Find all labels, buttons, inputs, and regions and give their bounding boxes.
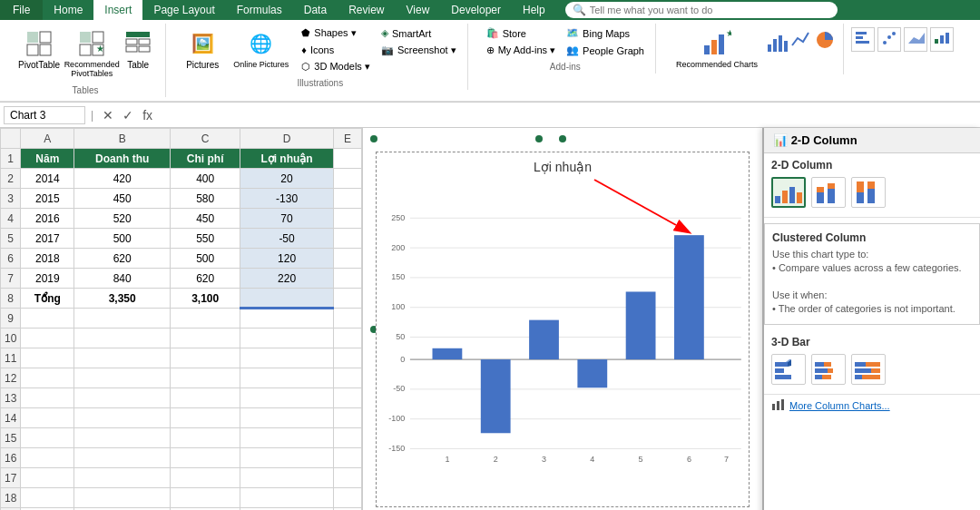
cell-b7[interactable]: 840 (74, 269, 171, 289)
cell-e3[interactable] (333, 189, 361, 209)
insert-function-icon[interactable]: fx (139, 107, 156, 123)
cell-a9[interactable] (21, 309, 74, 329)
cell-d9[interactable] (240, 309, 334, 329)
cell-c9[interactable] (171, 309, 240, 329)
search-box[interactable]: 🔍 (565, 2, 838, 18)
cell-e2[interactable] (333, 169, 361, 189)
pivot-table-button[interactable]: PivotTable (13, 25, 65, 74)
my-addins-button[interactable]: ⊕ My Add-ins ▾ (483, 43, 559, 58)
cell-b3[interactable]: 450 (74, 189, 171, 209)
3d-100pct-bar-icon[interactable] (851, 354, 886, 385)
cell-c7[interactable]: 620 (171, 269, 240, 289)
cell-d6[interactable]: 120 (240, 249, 334, 269)
cell-d4[interactable]: 70 (240, 209, 334, 229)
selection-handle-tm[interactable] (559, 135, 566, 142)
cell-a1[interactable]: Năm (21, 149, 74, 169)
cell-c5[interactable]: 550 (171, 229, 240, 249)
cell-a3[interactable]: 2015 (21, 189, 74, 209)
cell-b2[interactable]: 420 (74, 169, 171, 189)
bar-chart-small-button[interactable] (851, 27, 875, 52)
cell-d8[interactable] (240, 289, 334, 309)
cell-a2[interactable]: 2014 (21, 169, 74, 189)
cell-c3[interactable]: 580 (171, 189, 240, 209)
stacked-column-icon[interactable] (811, 177, 846, 208)
name-box[interactable]: Chart 3 (4, 106, 85, 124)
tab-view[interactable]: View (396, 0, 441, 20)
screenshot-button[interactable]: 📷 Screenshot ▾ (377, 43, 460, 58)
cell-a7[interactable]: 2019 (21, 269, 74, 289)
store-button[interactable]: 🛍️ Store (483, 25, 559, 41)
clustered-column-icon[interactable] (771, 177, 806, 208)
col-header-a[interactable]: A (21, 129, 74, 149)
cell-e9[interactable] (333, 309, 361, 329)
online-pictures-button[interactable]: 🌐 Online Pictures (228, 25, 294, 73)
cell-b6[interactable]: 620 (74, 249, 171, 269)
cell-d7[interactable]: 220 (240, 269, 334, 289)
line-chart-button[interactable] (790, 29, 812, 54)
smartart-button[interactable]: ◈ SmartArt (377, 25, 460, 41)
cell-b1[interactable]: Doanh thu (74, 149, 171, 169)
cell-b4[interactable]: 520 (74, 209, 171, 229)
tab-insert[interactable]: Insert (93, 0, 142, 20)
tab-formulas[interactable]: Formulas (226, 0, 293, 20)
cell-d3[interactable]: -130 (240, 189, 334, 209)
cell-b5[interactable]: 500 (74, 229, 171, 249)
3d-stacked-bar-icon[interactable] (811, 354, 846, 385)
cell-b8[interactable]: 3,350 (74, 289, 171, 309)
search-input[interactable] (590, 5, 830, 15)
cell-e4[interactable] (333, 209, 361, 229)
cell-e7[interactable] (333, 269, 361, 289)
cell-e5[interactable] (333, 229, 361, 249)
col-header-d[interactable]: D (240, 129, 334, 149)
cancel-formula-icon[interactable]: ✕ (99, 107, 117, 123)
waterfall-chart-button[interactable] (930, 27, 954, 52)
area-chart-button[interactable] (904, 27, 927, 52)
cell-a10[interactable] (21, 329, 74, 348)
cell-c6[interactable]: 500 (171, 249, 240, 269)
tab-page-layout[interactable]: Page Layout (142, 0, 225, 20)
icons-button[interactable]: ♦ Icons (298, 43, 374, 57)
cell-e8[interactable] (333, 289, 361, 309)
cell-a8[interactable]: Tổng (21, 289, 74, 309)
100pct-column-icon[interactable] (851, 177, 886, 208)
selection-handle-tr[interactable] (535, 135, 543, 142)
cell-e1[interactable] (333, 149, 361, 169)
cell-a4[interactable]: 2016 (21, 209, 74, 229)
column-chart-button[interactable] (767, 29, 789, 54)
3d-models-button[interactable]: ⬡ 3D Models ▾ (298, 59, 374, 74)
col-header-c[interactable]: C (171, 129, 240, 149)
recommended-charts-button[interactable]: ★ Recommended Charts (671, 25, 763, 73)
table-button[interactable]: Table (118, 25, 158, 74)
cell-d1[interactable]: Lợi nhuận (240, 149, 334, 169)
recommended-pivot-button[interactable]: ★ Recommended PivotTables (69, 25, 114, 82)
col-header-b[interactable]: B (74, 129, 171, 149)
pie-chart-button[interactable] (814, 29, 836, 54)
formula-input[interactable] (160, 107, 976, 123)
cell-b9[interactable] (74, 309, 171, 329)
cell-e6[interactable] (333, 249, 361, 269)
3d-clustered-bar-icon[interactable] (771, 354, 806, 385)
tab-data[interactable]: Data (293, 0, 338, 20)
tab-review[interactable]: Review (338, 0, 395, 20)
cell-c1[interactable]: Chi phí (171, 149, 240, 169)
cell-d2[interactable]: 20 (240, 169, 334, 189)
more-column-charts-link[interactable]: More Column Charts... (764, 395, 980, 417)
col-header-e[interactable]: E (333, 129, 361, 149)
tab-home[interactable]: Home (43, 0, 93, 20)
shapes-button[interactable]: ⬟ Shapes ▾ (298, 25, 374, 41)
confirm-formula-icon[interactable]: ✓ (119, 107, 137, 123)
cell-c2[interactable]: 400 (171, 169, 240, 189)
tab-developer[interactable]: Developer (440, 0, 512, 20)
tab-help[interactable]: Help (512, 0, 556, 20)
cell-a5[interactable]: 2017 (21, 229, 74, 249)
bing-maps-button[interactable]: 🗺️ Bing Maps (563, 25, 648, 41)
selection-handle-tl[interactable] (370, 135, 377, 142)
cell-a6[interactable]: 2018 (21, 249, 74, 269)
pictures-button[interactable]: 🖼️ Pictures (181, 25, 224, 74)
cell-d5[interactable]: -50 (240, 229, 334, 249)
tab-file[interactable]: File (0, 0, 43, 20)
people-graph-button[interactable]: 👥 People Graph (563, 43, 648, 58)
scatter-chart-button[interactable] (877, 27, 901, 52)
cell-c4[interactable]: 450 (171, 209, 240, 229)
cell-c8[interactable]: 3,100 (171, 289, 240, 309)
